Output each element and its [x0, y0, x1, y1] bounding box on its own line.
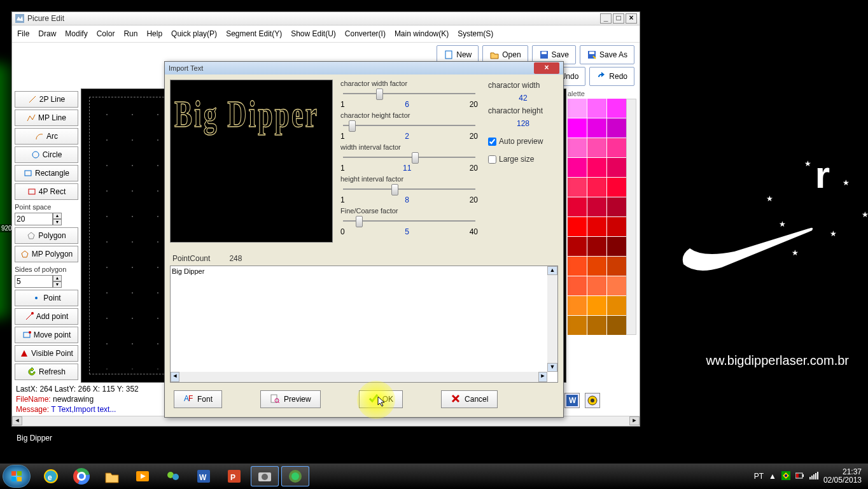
large-size-checkbox[interactable]: Large size [488, 155, 558, 164]
tool-rectangle[interactable]: Rectangle [15, 165, 78, 181]
redo-button[interactable]: Redo [589, 67, 634, 86]
sides-input[interactable] [15, 275, 53, 288]
palette-color[interactable] [587, 197, 606, 216]
menu-file[interactable]: File [17, 29, 29, 38]
palette-color[interactable] [607, 257, 626, 276]
menu-help[interactable]: Help [146, 29, 162, 38]
minimize-button[interactable]: _ [600, 13, 612, 24]
tool-visible-point[interactable]: Visible Point [15, 345, 78, 362]
palette-color[interactable] [568, 276, 587, 295]
tool-add-point[interactable]: Add point [15, 308, 78, 325]
pointspace-up[interactable]: ▲ [53, 213, 62, 219]
tool-polygon[interactable]: Polygon [15, 227, 78, 244]
palette-color[interactable] [568, 158, 587, 177]
sides-up[interactable]: ▲ [53, 275, 62, 281]
palette-color[interactable] [607, 158, 626, 177]
app-taskbar-icon[interactable] [281, 466, 309, 486]
tool-mp-polygon[interactable]: MP Polygon [15, 246, 78, 262]
pointspace-down[interactable]: ▼ [53, 219, 62, 225]
powerpoint-taskbar-icon[interactable]: P [220, 466, 248, 486]
clock[interactable]: 21:37 02/05/2013 [823, 468, 862, 485]
palette-color[interactable] [607, 316, 626, 335]
tray-up-icon[interactable]: ▲ [769, 472, 776, 481]
palette-color[interactable] [568, 99, 587, 118]
palette-color[interactable] [568, 197, 587, 216]
text-input[interactable] [171, 266, 547, 372]
flag-icon[interactable] [781, 471, 790, 482]
palette-color[interactable] [568, 316, 587, 335]
tool-point[interactable]: Point [15, 290, 78, 306]
tool-2p-line[interactable]: 2P Line [15, 91, 78, 108]
tool-circle[interactable]: Circle [15, 146, 78, 163]
textarea-vscroll[interactable]: ▲ ▼ [547, 266, 557, 372]
palette-color[interactable] [607, 138, 626, 157]
hif-slider[interactable] [340, 183, 478, 195]
language-indicator[interactable]: PT [754, 472, 764, 481]
palette-color[interactable] [568, 118, 587, 138]
vscroll-down[interactable]: ▼ [547, 363, 557, 372]
hscroll-left[interactable]: ◄ [171, 372, 179, 382]
palette-color[interactable] [568, 178, 587, 197]
tool-refresh[interactable]: Refresh [15, 364, 78, 380]
palette-color[interactable] [587, 99, 606, 118]
palette-color[interactable] [607, 99, 626, 118]
cancel-button[interactable]: Cancel [441, 390, 498, 408]
battery-icon[interactable] [795, 472, 804, 481]
palette-color[interactable] [587, 118, 606, 138]
mediaplayer-taskbar-icon[interactable] [129, 466, 157, 486]
palette-color[interactable] [587, 178, 606, 197]
pointspace-input[interactable] [15, 213, 53, 225]
menu-showedit[interactable]: Show Edit(U) [291, 29, 336, 38]
palette-color[interactable] [568, 296, 587, 315]
messenger-taskbar-icon[interactable] [159, 466, 187, 486]
palette-color[interactable] [587, 237, 606, 256]
menu-quickplay[interactable]: Quick play(P) [171, 29, 217, 38]
chf-slider[interactable] [340, 119, 478, 132]
palette-color[interactable] [568, 138, 587, 157]
font-button[interactable]: AFFont [174, 390, 222, 408]
tool-arc[interactable]: Arc [15, 128, 78, 145]
menu-color[interactable]: Color [97, 29, 115, 38]
pointspace-spinner[interactable]: ▲▼ [15, 213, 78, 225]
scroll-left[interactable]: ◄ [12, 416, 22, 425]
palette-color[interactable] [607, 217, 626, 236]
gear-cycle-icon[interactable] [585, 393, 600, 408]
word-taskbar-icon[interactable]: W [190, 466, 218, 486]
palette-color[interactable] [607, 276, 626, 295]
tool-mp-line[interactable]: MP Line [15, 110, 78, 126]
camera-taskbar-icon[interactable] [251, 466, 279, 486]
vscroll-up[interactable]: ▲ [547, 266, 557, 275]
preview-button[interactable]: Preview [260, 390, 321, 408]
menu-mainwindow[interactable]: Main window(K) [395, 29, 449, 38]
menu-converter[interactable]: Converter(I) [345, 29, 386, 38]
palette-color[interactable] [587, 138, 606, 157]
palette-color[interactable] [607, 118, 626, 138]
palette-scrollbar[interactable] [626, 99, 636, 335]
palette-color[interactable] [568, 237, 587, 256]
tool-move-point[interactable]: Move point [15, 327, 78, 343]
palette-color[interactable] [587, 217, 606, 236]
palette-color[interactable] [587, 296, 606, 315]
sides-spinner[interactable]: ▲▼ [15, 275, 78, 288]
cwf-slider[interactable] [340, 87, 478, 100]
palette-color[interactable] [607, 237, 626, 256]
saveas-button[interactable]: Save As [580, 45, 634, 64]
menu-modify[interactable]: Modify [65, 29, 87, 38]
palette-color[interactable] [568, 257, 587, 276]
palette-color[interactable] [607, 178, 626, 197]
wifi-icon[interactable] [809, 472, 818, 481]
ie-taskbar-icon[interactable]: e [37, 466, 65, 486]
start-button[interactable] [3, 465, 31, 488]
scroll-right[interactable]: ► [629, 416, 640, 425]
explorer-taskbar-icon[interactable] [98, 466, 126, 486]
palette-color[interactable] [587, 276, 606, 295]
ok-button[interactable]: OK [359, 390, 403, 408]
menu-segmentedit[interactable]: Segment Edit(Y) [226, 29, 282, 38]
palette-color[interactable] [607, 197, 626, 216]
palette-color[interactable] [587, 316, 606, 335]
word-icon[interactable]: W [564, 393, 580, 408]
textarea-hscroll[interactable]: ◄ ► [171, 372, 547, 382]
hscroll-right[interactable]: ► [538, 372, 547, 382]
palette-color[interactable] [587, 257, 606, 276]
menu-draw[interactable]: Draw [38, 29, 56, 38]
